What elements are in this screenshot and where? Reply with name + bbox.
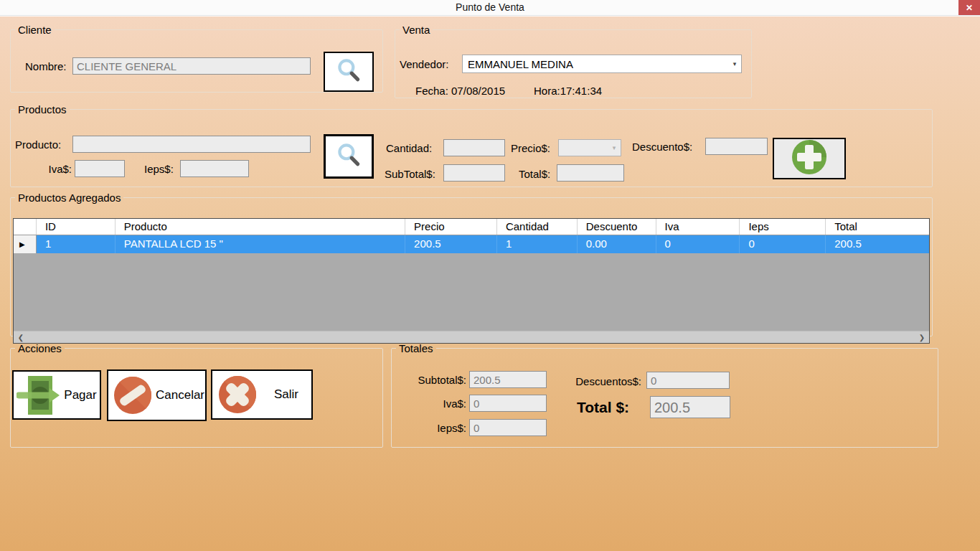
- venta-groupbox: Venta Vendedor: EMMANUEL MEDINA ▾ Fecha:…: [395, 24, 752, 98]
- column-header-precio[interactable]: Precio: [405, 219, 497, 235]
- chevron-down-icon: ▾: [608, 144, 621, 151]
- close-button[interactable]: ✕: [958, 0, 980, 15]
- acciones-groupbox: Acciones Pagar: [10, 342, 383, 448]
- cliente-groupbox: Cliente Nombre:: [10, 24, 383, 93]
- descuento-label: Descuento$:: [632, 141, 692, 153]
- producto-input[interactable]: [72, 136, 311, 153]
- column-header-ieps[interactable]: Ieps: [740, 219, 826, 235]
- totales-groupbox: Totales Subtotal$: Iva$: Ieps$: Descuent…: [391, 342, 938, 448]
- total-label: Total$:: [519, 168, 550, 180]
- chevron-down-icon: ▾: [728, 60, 741, 67]
- cell-precio: 200.5: [405, 235, 497, 253]
- pagar-label: Pagar: [64, 388, 96, 402]
- vendedor-combobox[interactable]: EMMANUEL MEDINA ▾: [462, 55, 742, 73]
- acciones-legend: Acciones: [15, 342, 65, 354]
- productos-legend: Productos: [15, 103, 70, 116]
- totales-descuentos-label: Descuentos$:: [564, 375, 641, 387]
- buscar-producto-button[interactable]: [324, 134, 374, 179]
- totales-subtotal-field[interactable]: [469, 371, 547, 388]
- totales-iva-label: Iva$:: [399, 397, 466, 410]
- salir-label: Salir: [274, 387, 298, 402]
- ieps-label: Ieps$:: [144, 163, 174, 175]
- precio-combobox[interactable]: ▾: [558, 139, 621, 156]
- venta-legend: Venta: [400, 24, 433, 36]
- subtotal-input[interactable]: [443, 164, 505, 182]
- cell-descuento: 0.00: [578, 235, 656, 253]
- grid-header-row: ID Producto Precio Cantidad Descuento Iv…: [14, 219, 929, 235]
- total-grande-field[interactable]: [650, 396, 730, 418]
- agregar-producto-button[interactable]: [773, 138, 846, 179]
- cliente-legend: Cliente: [15, 24, 55, 36]
- pagar-button[interactable]: Pagar: [12, 370, 101, 420]
- salir-button[interactable]: Salir: [211, 369, 313, 420]
- iva-label: Iva$:: [18, 163, 72, 175]
- totales-descuentos-field[interactable]: [646, 372, 730, 389]
- iva-input[interactable]: [75, 160, 125, 177]
- column-header-producto[interactable]: Producto: [116, 219, 405, 235]
- window-title: Punto de Venta: [0, 1, 980, 13]
- totales-legend: Totales: [396, 342, 436, 354]
- total-grande-label: Total $:: [577, 399, 629, 416]
- search-icon: [334, 55, 364, 88]
- cancel-icon: [113, 376, 152, 415]
- producto-label: Producto:: [15, 138, 61, 151]
- scroll-right-icon[interactable]: ❯: [916, 331, 928, 343]
- search-icon: [334, 140, 364, 173]
- productos-agregados-legend: Productos Agregados: [15, 192, 123, 204]
- column-header-cantidad[interactable]: Cantidad: [497, 219, 578, 235]
- money-icon: [17, 375, 61, 416]
- horizontal-scrollbar[interactable]: ❮ ❯: [14, 331, 929, 343]
- precio-label: Precio$:: [511, 142, 550, 154]
- nombre-label: Nombre:: [25, 60, 67, 72]
- total-input[interactable]: [557, 164, 624, 182]
- cell-cantidad: 1: [497, 235, 578, 253]
- cell-iva: 0: [656, 235, 740, 253]
- main-content: Cliente Nombre: Venta Vendedor: EMMANUEL…: [0, 17, 980, 551]
- subtotal-label: SubTotal$:: [385, 168, 435, 180]
- row-selector-cell[interactable]: ▶: [14, 235, 37, 253]
- close-icon: ✕: [966, 3, 973, 13]
- buscar-cliente-button[interactable]: [324, 52, 374, 92]
- cell-id: 1: [37, 235, 116, 253]
- app-window: Punto de Venta ✕ Cliente Nombre: Venta: [0, 0, 980, 551]
- fecha-label: Fecha: 07/08/2015: [415, 85, 505, 97]
- hora-label: Hora:17:41:34: [534, 85, 602, 97]
- vendedor-label: Vendedor:: [400, 58, 448, 70]
- cantidad-label: Cantidad:: [386, 142, 432, 154]
- productos-datagrid: ID Producto Precio Cantidad Descuento Iv…: [13, 218, 930, 344]
- ieps-input[interactable]: [180, 160, 249, 177]
- title-bar: Punto de Venta ✕: [0, 0, 980, 16]
- productos-agregados-groupbox: Productos Agregados ID Producto Precio C…: [10, 192, 933, 336]
- column-header-total[interactable]: Total: [826, 219, 929, 235]
- grid-corner-cell[interactable]: [14, 219, 37, 235]
- productos-groupbox: Productos Producto: Iva$: Ieps$: Cantida…: [10, 103, 933, 187]
- cell-producto: PANTALLA LCD 15 ": [116, 235, 405, 253]
- column-header-iva[interactable]: Iva: [656, 219, 740, 235]
- table-row[interactable]: ▶ 1 PANTALLA LCD 15 " 200.5 1 0.00 0 0 2…: [14, 235, 929, 253]
- totales-subtotal-label: Subtotal$:: [399, 374, 466, 386]
- scroll-left-icon[interactable]: ❮: [15, 331, 27, 343]
- nombre-input[interactable]: [72, 57, 311, 75]
- cell-ieps: 0: [740, 235, 826, 253]
- descuento-input[interactable]: [705, 138, 768, 155]
- totales-ieps-field[interactable]: [469, 419, 547, 436]
- cantidad-input[interactable]: [443, 139, 505, 156]
- exit-icon: [218, 375, 257, 414]
- totales-iva-field[interactable]: [469, 395, 547, 412]
- column-header-id[interactable]: ID: [37, 219, 116, 235]
- row-pointer-icon: ▶: [19, 240, 25, 248]
- column-header-descuento[interactable]: Descuento: [578, 219, 656, 235]
- add-icon: [791, 139, 827, 178]
- cell-total: 200.5: [826, 235, 929, 253]
- vendedor-value: EMMANUEL MEDINA: [463, 58, 728, 70]
- cancelar-label: Cancelar: [156, 388, 204, 402]
- cancelar-button[interactable]: Cancelar: [107, 369, 207, 421]
- totales-ieps-label: Ieps$:: [399, 422, 466, 434]
